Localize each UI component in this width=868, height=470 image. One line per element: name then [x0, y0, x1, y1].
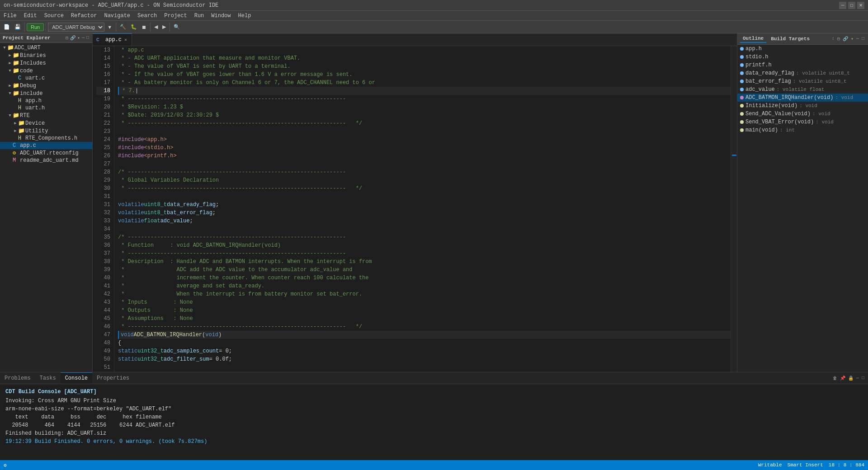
tab-build-targets[interactable]: Build Targets — [768, 35, 812, 42]
save-button[interactable]: 💾 — [13, 23, 23, 31]
tree-item-binaries[interactable]: ▶ 📁 Binaries — [0, 52, 92, 59]
menu-window[interactable]: Window — [208, 12, 234, 20]
outline-minimize-icon[interactable]: — — [855, 36, 860, 42]
outline-item-main[interactable]: main(void) : int — [737, 126, 868, 134]
line-number-15: 15 — [96, 62, 110, 70]
back-button[interactable]: ◀ — [152, 23, 160, 31]
scroll-indicator[interactable] — [731, 46, 737, 372]
tree-item-include[interactable]: ▼ 📁 include — [0, 89, 92, 97]
line-number-16: 16 — [96, 70, 110, 79]
code-editor[interactable]: * app.c * - ADC UART application that me… — [114, 46, 731, 372]
line-number-30: 30 — [96, 184, 110, 193]
debug-button[interactable]: 🐛 — [129, 23, 139, 31]
outline-link-icon[interactable]: 🔗 — [842, 36, 849, 42]
tree-item-rte-components[interactable]: H RTE_Components.h — [0, 135, 92, 142]
code-line-37: * Function : void ADC_BATMON_IRQHandler(… — [118, 241, 731, 249]
outline-item-stdio-h[interactable]: stdio.h — [737, 53, 868, 61]
outline-collapse-icon[interactable]: ⊟ — [836, 36, 841, 42]
outline-text-app-h: app.h — [745, 46, 762, 52]
tree-item-adc-uart[interactable]: ▼ 📁 ADC_UART — [0, 44, 92, 52]
tree-item-utility[interactable]: ▶ 📁 Utility — [0, 127, 92, 135]
collapse-all-icon[interactable]: ⊟ — [65, 35, 69, 41]
menu-source[interactable]: Source — [41, 12, 67, 20]
outline-maximize-icon[interactable]: □ — [861, 36, 865, 42]
panel-menu-icon[interactable]: ▾ — [77, 35, 80, 41]
folder-icon-binaries: 📁 — [13, 52, 19, 59]
menu-help[interactable]: Help — [235, 12, 255, 20]
tree-item-readme[interactable]: M readme_adc_uart.md — [0, 157, 92, 164]
maximize-panel-icon[interactable]: □ — [86, 35, 90, 41]
code-line-25: #include <stdio.h> — [118, 144, 731, 152]
tree-arrow-device: ▶ — [13, 121, 18, 126]
tree-item-code[interactable]: ▼ 📁 code — [0, 67, 92, 75]
build-button[interactable]: 🔨 — [118, 23, 128, 31]
tab-tasks[interactable]: Tasks — [35, 372, 61, 384]
outline-sort-icon[interactable]: ↕ — [831, 36, 835, 42]
outline-tabs: Outline Build Targets — [740, 35, 812, 43]
outline-item-printf-h[interactable]: printf.h — [737, 61, 868, 69]
tree-item-app-c[interactable]: C app.c — [0, 142, 92, 149]
code-line-36: /* -------------------------------------… — [118, 233, 731, 241]
tree-item-rte[interactable]: ▼ 📁 RTE — [0, 112, 92, 119]
outline-item-data-ready-flag[interactable]: data_ready_flag : volatile uint8_t — [737, 69, 868, 77]
close-button[interactable]: ✕ — [857, 2, 864, 9]
tree-item-app-h[interactable]: H app.h — [0, 97, 92, 104]
problems-tab-label: Problems — [5, 375, 31, 381]
tree-item-uart-c[interactable]: C uart.c — [0, 75, 92, 82]
outline-text-initialize: Initialize(void) — [745, 103, 797, 109]
outline-item-bat-error-flag[interactable]: bat_error_flag : volatile uint8_t — [737, 77, 868, 85]
line-number-18: 18 — [96, 87, 110, 95]
code-line-15: * - The value of VBAT is sent by UART to… — [118, 62, 731, 70]
outline-dot-main — [740, 128, 744, 132]
link-editor-icon[interactable]: 🔗 — [70, 35, 76, 41]
tree-item-uart-h[interactable]: H uart.h — [0, 104, 92, 112]
tab-close-icon[interactable]: ✕ — [123, 37, 128, 43]
outline-item-send-vbat[interactable]: Send_VBAT_Error(void) : void — [737, 118, 868, 126]
console-build-result: 19:12:39 Build Finished. 0 errors, 0 war… — [5, 437, 863, 446]
tab-console[interactable]: Console — [61, 372, 92, 384]
folder-icon-code: 📁 — [13, 67, 19, 74]
outline-item-app-h[interactable]: app.h — [737, 45, 868, 53]
line-numbers: 1314151617181920212223242526272829303131… — [96, 46, 114, 372]
bottom-minimize-icon[interactable]: — — [855, 375, 860, 381]
run-button[interactable]: Run — [27, 23, 44, 31]
tab-app-c[interactable]: C app.c ✕ — [93, 33, 132, 46]
menu-run[interactable]: Run — [191, 12, 208, 20]
line-number-47: 47 — [96, 331, 110, 339]
minimize-panel-icon[interactable]: — — [81, 35, 85, 41]
tree-item-debug[interactable]: ▶ 📁 Debug — [0, 82, 92, 89]
minimize-button[interactable]: ─ — [839, 2, 846, 9]
tree-item-rteconfig[interactable]: ⚙ ADC_UART.rteconfig — [0, 149, 92, 157]
console-scroll-lock-icon[interactable]: 🔒 — [847, 375, 854, 382]
tab-problems[interactable]: Problems — [0, 372, 35, 384]
stop-button[interactable]: ⏹ — [140, 24, 148, 31]
menu-search[interactable]: Search — [134, 12, 160, 20]
debug-config-dropdown[interactable]: ADC_UART Debug — [48, 23, 104, 32]
outline-item-adc-value[interactable]: adc_value : volatile float — [737, 85, 868, 94]
tree-item-includes[interactable]: ▶ 📁 Includes — [0, 59, 92, 67]
outline-item-initialize[interactable]: Initialize(void) : void — [737, 102, 868, 110]
maximize-button[interactable]: □ — [848, 2, 855, 9]
outline-item-irqhandler[interactable]: ADC_BATMON_IRQHandler(void) : void — [737, 94, 868, 102]
search-button[interactable]: 🔍 — [172, 23, 182, 31]
debug-dropdown-arrow[interactable]: ▼ — [105, 24, 114, 31]
tab-outline[interactable]: Outline — [740, 35, 766, 43]
code-line-38: * --------------------------------------… — [118, 249, 731, 258]
menu-navigate[interactable]: Navigate — [100, 12, 134, 20]
outline-item-send-adc[interactable]: Send_ADC_Value(void) : void — [737, 110, 868, 118]
tab-properties[interactable]: Properties — [92, 372, 134, 384]
console-pin-icon[interactable]: 📌 — [839, 375, 846, 382]
forward-button[interactable]: ▶ — [160, 23, 168, 31]
console-clear-icon[interactable]: 🗑 — [832, 375, 838, 382]
menu-refactor[interactable]: Refactor — [67, 12, 101, 20]
menu-project[interactable]: Project — [160, 12, 190, 20]
bottom-panel: Problems Tasks Console Properties 🗑 📌 🔒 … — [0, 372, 868, 460]
menu-file[interactable]: File — [0, 12, 20, 20]
new-file-button[interactable]: 📄 — [2, 23, 12, 31]
folder-icon-device: 📁 — [18, 120, 24, 127]
outline-menu-icon[interactable]: ▾ — [850, 36, 854, 42]
line-number-46: 46 — [96, 323, 110, 331]
tree-item-device[interactable]: ▶ 📁 Device — [0, 119, 92, 127]
bottom-maximize-icon[interactable]: □ — [861, 375, 865, 381]
menu-edit[interactable]: Edit — [20, 12, 41, 20]
